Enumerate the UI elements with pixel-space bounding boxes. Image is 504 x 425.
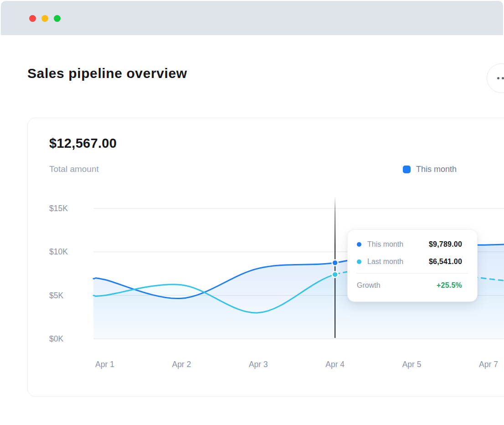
tooltip-series-label: Last month bbox=[367, 258, 429, 266]
y-axis-label: $10K bbox=[49, 246, 68, 257]
tooltip-growth-row: Growth +25.5% bbox=[357, 280, 468, 291]
y-axis-label: $15K bbox=[49, 203, 68, 214]
y-axis-label: $0K bbox=[49, 333, 63, 344]
growth-label: Growth bbox=[357, 281, 437, 290]
total-amount-value: $12,567.00 bbox=[49, 136, 117, 151]
tooltip-row: This month $9,789.00 bbox=[357, 238, 468, 251]
y-axis-label: $5K bbox=[49, 290, 63, 301]
window-titlebar bbox=[1, 1, 503, 35]
more-options-button[interactable] bbox=[487, 63, 504, 93]
ellipsis-icon bbox=[497, 77, 499, 79]
x-axis-label: Apr 3 bbox=[238, 360, 279, 369]
chart-tooltip: This month $9,789.00 Last month $6,541.0… bbox=[347, 229, 478, 302]
legend[interactable]: This month bbox=[403, 165, 457, 174]
minimize-button[interactable] bbox=[41, 15, 48, 22]
tooltip-series-label: This month bbox=[367, 240, 429, 249]
page-title: Sales pipeline overview bbox=[27, 66, 187, 81]
x-axis-label: Apr 4 bbox=[314, 360, 355, 369]
x-axis-label: Apr 1 bbox=[84, 360, 125, 369]
app-window: Sales pipeline overview $12,567.00 Total… bbox=[0, 0, 504, 425]
total-amount-label: Total amount bbox=[49, 164, 99, 174]
x-axis-label: Apr 5 bbox=[391, 360, 432, 369]
x-axis-label: Apr 2 bbox=[161, 360, 202, 369]
tooltip-series-value: $6,541.00 bbox=[429, 258, 468, 266]
tooltip-series-value: $9,789.00 bbox=[429, 240, 468, 249]
ellipsis-icon bbox=[502, 77, 504, 79]
growth-value: +25.5% bbox=[437, 281, 468, 290]
last-month-dot-icon bbox=[357, 259, 361, 264]
maximize-button[interactable] bbox=[54, 15, 61, 22]
legend-label: This month bbox=[416, 165, 457, 174]
tooltip-divider bbox=[357, 273, 468, 274]
this-month-dot-icon bbox=[357, 242, 361, 247]
legend-swatch-icon bbox=[403, 166, 411, 173]
close-button[interactable] bbox=[29, 15, 36, 22]
x-axis-label: Apr 7 bbox=[468, 360, 504, 369]
tooltip-row: Last month $6,541.00 bbox=[357, 255, 468, 269]
